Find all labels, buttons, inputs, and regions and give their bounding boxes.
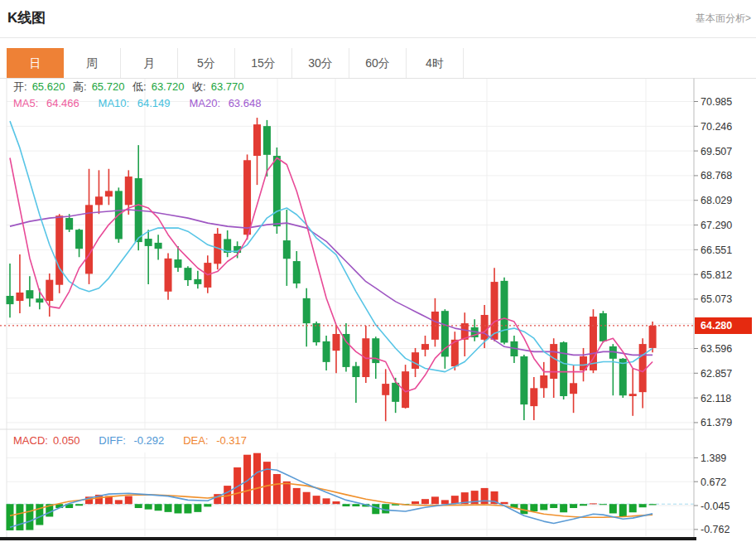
y-axis-label: 67.290 <box>701 220 732 231</box>
open-value: 65.620 <box>32 80 65 93</box>
macd-bar <box>184 504 191 513</box>
macd-bar <box>145 504 152 509</box>
ma20-line <box>10 210 652 355</box>
macd-bar <box>570 504 577 508</box>
macd-bar <box>501 502 508 504</box>
ma5-label: MA5: 64.466 <box>13 97 90 109</box>
candle-body <box>600 313 607 341</box>
macd-bar <box>580 504 587 506</box>
candle-body <box>7 296 14 304</box>
low-value: 63.720 <box>152 80 185 93</box>
y-axis-label: -0.762 <box>701 524 730 535</box>
candle-body <box>649 326 657 348</box>
candle-body <box>293 261 301 283</box>
candle-body <box>174 259 181 268</box>
macd-bar <box>204 504 211 506</box>
candle-body <box>323 341 330 362</box>
bottom-scroll-bar <box>0 537 696 540</box>
candle-body <box>283 240 291 259</box>
candle-body <box>550 344 557 379</box>
candle-body <box>75 230 83 249</box>
ma5-value: 64.466 <box>46 97 79 109</box>
macd-bar <box>421 499 429 504</box>
candle-body <box>55 215 63 284</box>
candle-body <box>95 196 103 205</box>
y-axis-label: 61.379 <box>701 417 732 428</box>
close-value: 63.770 <box>211 80 244 93</box>
macd-legend: MACD:0.050 DIFF: -0.292 DEA: -0.317 <box>13 434 257 447</box>
y-axis-label: 62.118 <box>701 393 731 404</box>
ma-legend: MA5: 64.466 MA10: 64.149 MA20: 63.648 <box>13 97 271 109</box>
macd-bar <box>313 496 320 504</box>
macd-bar <box>194 504 201 512</box>
candle-body <box>560 342 567 396</box>
candle-body <box>639 344 647 392</box>
candle-body <box>520 356 527 404</box>
diff-value-label: DIFF: -0.292 <box>99 434 175 447</box>
candle-body <box>145 239 152 246</box>
macd-bar <box>609 504 617 513</box>
macd-bar <box>619 504 627 516</box>
candle-body <box>65 218 73 230</box>
y-axis-label: 68.029 <box>701 195 732 206</box>
low-label: 低: <box>132 80 147 93</box>
candle-body <box>352 366 359 377</box>
candle-body <box>36 298 43 302</box>
candle-body <box>273 156 281 226</box>
y-axis-label: 1.389 <box>701 452 726 464</box>
candle-body <box>491 282 498 340</box>
macd-bar <box>155 504 162 511</box>
macd-bar <box>293 488 301 504</box>
macd-bar <box>273 474 281 504</box>
ma20-value: 63.648 <box>229 97 262 109</box>
macd-value-label: MACD:0.050 <box>13 434 91 447</box>
macd-bar <box>649 504 657 505</box>
y-axis-label: 63.596 <box>701 343 732 355</box>
macd-bar <box>372 504 379 514</box>
current-price-tag: 64.280 <box>695 317 752 334</box>
macd-bar <box>590 503 597 504</box>
macd-bar <box>165 504 172 512</box>
candle-body <box>85 205 93 273</box>
macd-bar <box>441 500 449 504</box>
macd-bar <box>639 504 647 507</box>
ma20-label: MA20: 63.648 <box>189 97 266 109</box>
macd-bar <box>283 482 291 504</box>
candle-body <box>421 344 429 350</box>
kline-page: K线图 基本面分析> 日 周 月 5分 15分 30分 60分 4时 70.98… <box>0 0 756 542</box>
candle-body <box>303 298 311 323</box>
candle-body <box>619 359 627 395</box>
macd-bar <box>540 504 547 510</box>
y-axis-label: 62.857 <box>701 368 732 380</box>
macd-bar <box>342 504 349 506</box>
macd-bar <box>629 504 637 512</box>
candle-body <box>382 384 389 395</box>
candle-body <box>165 259 172 292</box>
high-label: 高: <box>73 80 87 93</box>
macd-bar <box>75 504 83 506</box>
candle-body <box>392 383 399 402</box>
macd-bar <box>560 504 567 512</box>
candle-body <box>540 375 547 388</box>
y-axis-label: 69.507 <box>701 146 732 157</box>
macd-bar <box>26 504 33 530</box>
y-axis-label: 66.551 <box>701 244 732 256</box>
macd-bar <box>481 488 489 504</box>
candle-body <box>125 177 132 205</box>
candle-body <box>16 293 23 301</box>
dea-value-label: DEA: -0.317 <box>183 434 252 447</box>
macd-bar <box>263 462 271 504</box>
y-axis-label: 65.812 <box>701 269 732 281</box>
candle-body <box>26 290 33 298</box>
macd-bar <box>115 500 123 504</box>
candle-body <box>570 383 577 394</box>
candle-body <box>253 124 261 156</box>
macd-bar <box>600 504 607 505</box>
macd-bar <box>333 501 340 504</box>
y-axis-label: 70.985 <box>701 96 732 108</box>
candle-body <box>263 126 271 155</box>
candle-body <box>629 394 637 396</box>
candle-body <box>441 311 449 356</box>
candle-body <box>481 315 489 340</box>
y-axis-label: 68.768 <box>701 170 732 181</box>
